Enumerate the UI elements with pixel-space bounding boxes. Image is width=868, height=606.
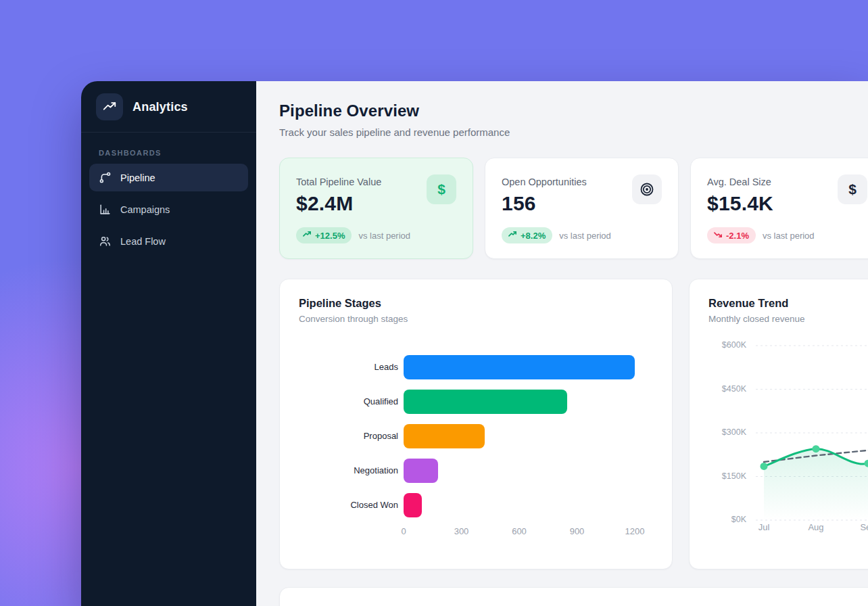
route-icon (99, 171, 112, 184)
dollar-icon: $ (838, 174, 867, 204)
bar-qualified (404, 390, 567, 414)
pipeline-stages-chart: LeadsQualifiedProposalNegotiationClosed … (299, 355, 653, 517)
bar-category-label: Negotiation (299, 465, 398, 476)
kpi-comparison: vs last period (559, 231, 611, 241)
bar-leads (404, 355, 635, 379)
delta-badge: +8.2% (502, 227, 552, 243)
sidebar-item-pipeline[interactable]: Pipeline (89, 164, 248, 191)
kpi-comparison: vs last period (358, 231, 410, 241)
trending-up-icon (303, 230, 312, 241)
bar-track (404, 424, 635, 448)
chart-subtitle: Monthly closed revenue (708, 314, 868, 324)
bar-row: Qualified (299, 390, 653, 414)
delta-badge: +12.5% (296, 227, 352, 243)
target-icon (632, 174, 662, 204)
trending-up-icon (508, 230, 517, 241)
x-axis-tick: 300 (454, 526, 469, 536)
kpi-row: Total Pipeline Value $2.4M +12.5% vs las… (279, 158, 868, 259)
revenue-trend-chart: $600K$450K$300K$150K$0KJulAugSep (708, 335, 868, 534)
sidebar-section-label: DASHBOARDS (81, 133, 256, 164)
y-axis-tick: $150K (708, 471, 746, 481)
x-axis-tick: Aug (800, 522, 831, 532)
sidebar-item-label: Campaigns (120, 204, 170, 215)
bar-proposal (404, 424, 485, 448)
kpi-comparison: vs last period (763, 231, 815, 241)
x-axis-tick: 900 (570, 526, 585, 536)
page-title: Pipeline Overview (279, 101, 868, 120)
y-axis-tick: $0K (708, 515, 746, 524)
bar-negotiation (404, 459, 438, 483)
sidebar-item-label: Lead Flow (120, 236, 166, 247)
revenue-trend-card: Revenue Trend Monthly closed revenue $60… (689, 279, 868, 569)
revenue-line-svg (756, 335, 868, 532)
pipeline-stages-card: Pipeline Stages Conversion through stage… (279, 279, 673, 569)
kpi-footer: +12.5% vs last period (296, 227, 410, 243)
dollar-icon: $ (427, 174, 456, 204)
kpi-card-avg-deal-size: Avg. Deal Size $15.4K -2.1% vs last peri… (690, 158, 868, 259)
y-axis-tick: $600K (708, 340, 746, 350)
bar-track (404, 493, 635, 517)
delta-badge: -2.1% (707, 227, 756, 243)
bar-track (404, 355, 635, 379)
app-logo (96, 93, 123, 120)
kpi-footer: -2.1% vs last period (707, 227, 815, 243)
bar-closed-won (404, 493, 422, 517)
bar-track (404, 459, 635, 483)
data-point-jul (761, 463, 768, 470)
charts-row: Pipeline Stages Conversion through stage… (279, 279, 868, 569)
main-content: Pipeline Overview Track your sales pipel… (256, 81, 868, 606)
users-icon (99, 235, 112, 248)
bar-category-label: Closed Won (299, 500, 398, 511)
kpi-footer: +8.2% vs last period (502, 227, 611, 243)
bar-category-label: Qualified (299, 396, 398, 407)
y-axis-tick: $300K (708, 427, 746, 437)
chart-subtitle: Conversion through stages (299, 314, 653, 324)
kpi-card-open-opportunities: Open Opportunities 156 +8.2% vs last per… (485, 158, 679, 259)
chart-title: Pipeline Stages (299, 297, 653, 310)
bar-row: Proposal (299, 424, 653, 448)
bar-category-label: Leads (299, 362, 398, 373)
x-axis-tick: Sep (852, 522, 868, 532)
bottom-card-partial (279, 587, 868, 606)
chart-title: Revenue Trend (708, 297, 868, 310)
trending-down-icon (714, 230, 723, 241)
bar-chart-icon (99, 203, 112, 216)
app-title: Analytics (132, 100, 188, 114)
sidebar-item-label: Pipeline (120, 172, 155, 183)
bar-row: Negotiation (299, 459, 653, 483)
bar-row: Leads (299, 355, 653, 379)
sidebar: Analytics DASHBOARDS Pipeline Campaigns (81, 81, 256, 606)
sidebar-header: Analytics (81, 81, 256, 132)
kpi-card-total-pipeline-value: Total Pipeline Value $2.4M +12.5% vs las… (279, 158, 473, 259)
sidebar-item-campaigns[interactable]: Campaigns (89, 195, 248, 223)
y-axis-tick: $450K (708, 384, 746, 394)
x-axis-tick: 600 (512, 526, 527, 536)
x-axis-tick: Jul (748, 522, 779, 532)
sidebar-nav: Pipeline Campaigns Lead Flow (81, 164, 256, 255)
page-subtitle: Track your sales pipeline and revenue pe… (279, 126, 868, 138)
bar-row: Closed Won (299, 493, 653, 517)
app-window: Analytics DASHBOARDS Pipeline Campaigns (81, 81, 868, 606)
pipeline-stages-x-axis: 03006009001200 (404, 526, 635, 538)
sidebar-item-lead-flow[interactable]: Lead Flow (89, 227, 248, 255)
bar-track (404, 390, 635, 414)
x-axis-tick: 0 (401, 526, 406, 536)
bar-category-label: Proposal (299, 431, 398, 442)
x-axis-tick: 1200 (625, 526, 645, 536)
trending-up-icon (102, 99, 117, 114)
revenue-area-fill (764, 424, 868, 520)
data-point-aug (813, 445, 820, 452)
